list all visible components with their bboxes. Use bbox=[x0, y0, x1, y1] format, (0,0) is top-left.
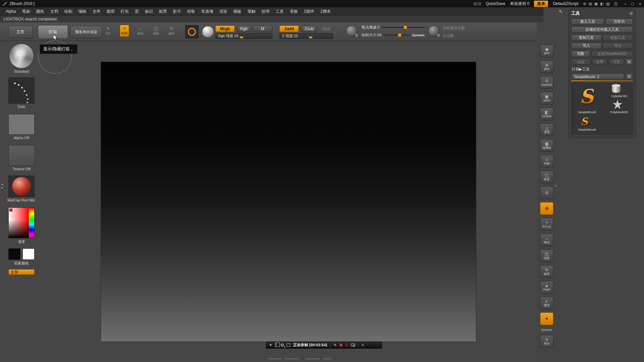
clone-button[interactable]: 克隆 bbox=[571, 51, 590, 57]
current-brush-thumbnail[interactable] bbox=[9, 44, 34, 68]
solo-icon[interactable]: ● bbox=[540, 312, 553, 325]
gyro-icon[interactable]: ◎ bbox=[540, 186, 553, 199]
make-polymesh3d-button[interactable]: 生成 PolyMesh3D bbox=[591, 51, 633, 57]
z-intensity-slider[interactable]: Z 强度 25 bbox=[279, 33, 333, 39]
chevron-down-icon[interactable]: ▼ bbox=[269, 344, 272, 347]
symmetry-icon[interactable]: ◇ 对称 bbox=[540, 155, 553, 168]
menu-item[interactable]: 材质 bbox=[156, 9, 170, 14]
current-stroke-thumbnail[interactable] bbox=[8, 77, 35, 104]
dynamic-label[interactable]: Dynamic bbox=[412, 34, 425, 37]
mrgb-button[interactable]: Mrgb bbox=[215, 25, 235, 32]
load-from-project-button[interactable]: 从项目文件载入工具 bbox=[571, 26, 633, 33]
active-tool-thumbnail[interactable]: S bbox=[574, 83, 600, 110]
menu-item[interactable]: 影片 bbox=[170, 9, 184, 14]
minimize-button[interactable]: – bbox=[624, 1, 627, 6]
cylinder3d-icon[interactable] bbox=[612, 85, 621, 93]
rotate-mode-button[interactable]: ↻ 旋转 bbox=[168, 26, 174, 36]
menu-item[interactable]: 工具 bbox=[273, 9, 287, 14]
zoom-icon[interactable] bbox=[281, 344, 284, 347]
alternate-button[interactable]: 交替 bbox=[8, 269, 35, 275]
auto-label[interactable]: 自动 bbox=[473, 1, 481, 7]
zadd-button[interactable]: Zadd bbox=[279, 25, 299, 32]
current-alpha-thumbnail[interactable] bbox=[8, 114, 35, 135]
scroll-arrows[interactable]: ▲▼ bbox=[301, 357, 304, 360]
menu-item[interactable]: 首选项 bbox=[198, 9, 216, 14]
zoom-2d-icon[interactable]: ⊙ Zoom2D bbox=[540, 76, 553, 89]
scrollbar-segment[interactable] bbox=[305, 358, 321, 360]
preview-boolean-button[interactable]: 预览布尔渲染 bbox=[70, 26, 102, 38]
tool-r-button[interactable]: R bbox=[626, 73, 633, 80]
lock-icon[interactable] bbox=[614, 2, 618, 6]
home-button[interactable]: 主页 bbox=[8, 26, 33, 38]
titlebar-tool-icon[interactable]: ▨ bbox=[606, 2, 609, 6]
scrollbar-segment[interactable] bbox=[284, 358, 300, 360]
copy-tool-button[interactable]: 复制工具 bbox=[571, 35, 601, 41]
stroke-dial[interactable]: S bbox=[346, 25, 358, 37]
menu-item[interactable]: 纹理 bbox=[259, 9, 273, 14]
menu-item[interactable]: Alpha bbox=[3, 9, 19, 14]
floor-grid-icon[interactable]: ▦ 地网格 bbox=[540, 139, 553, 152]
menu-item[interactable]: 笔触 bbox=[245, 9, 259, 14]
menu-item[interactable]: 颜色 bbox=[33, 9, 47, 14]
zsub-button[interactable]: Zsub bbox=[301, 25, 317, 32]
snapshot-camera-icon[interactable] bbox=[351, 344, 355, 347]
actual-size-icon[interactable]: ▣ 100% bbox=[540, 92, 553, 105]
dynamic-label[interactable]: Dynamic bbox=[540, 328, 553, 332]
scrollbar-segment[interactable] bbox=[267, 358, 282, 360]
goz-r-button[interactable]: R bbox=[626, 59, 633, 65]
frame-icon[interactable]: ▢ 框显 bbox=[540, 171, 553, 183]
color-picker[interactable] bbox=[8, 207, 35, 238]
menu-item[interactable]: 文件 bbox=[90, 9, 104, 14]
primary-color-swatch[interactable] bbox=[8, 248, 20, 260]
rgb-button[interactable]: Rgb bbox=[237, 25, 251, 32]
transparency-icon[interactable]: ◐ 透明 bbox=[540, 297, 553, 309]
current-material-thumbnail[interactable] bbox=[8, 176, 35, 197]
move-icon[interactable]: ↔ 移动 bbox=[540, 234, 553, 246]
density-dial[interactable]: D bbox=[428, 25, 440, 37]
double-click-icon[interactable]: ≡ 双击 bbox=[540, 335, 553, 348]
tool-palette-title[interactable]: 工具 bbox=[571, 10, 580, 16]
menu-item[interactable]: 绘制 bbox=[61, 9, 75, 14]
m-button[interactable]: M bbox=[253, 25, 272, 32]
menu-item[interactable]: 渲染 bbox=[216, 9, 230, 14]
annotate-pencil-icon[interactable]: ✎ bbox=[333, 343, 337, 347]
current-texture-thumbnail[interactable] bbox=[8, 145, 35, 166]
draw-mode-button[interactable]: ⊹ 绘制 bbox=[120, 25, 129, 37]
perspective-icon[interactable]: △ 透视 bbox=[540, 123, 553, 136]
pick-pointer-icon[interactable]: ↖ bbox=[559, 9, 563, 14]
quicksave-button[interactable]: QuickSave bbox=[486, 1, 505, 6]
close-record-icon[interactable]: × bbox=[362, 343, 364, 347]
polyframe-icon[interactable]: ▲ PolyF bbox=[540, 281, 553, 294]
close-button[interactable]: × bbox=[639, 1, 641, 6]
move-mode-button[interactable]: ↔ 移动 bbox=[138, 26, 144, 36]
zcut-button[interactable]: Zcut bbox=[322, 26, 330, 31]
copy-frame-icon[interactable] bbox=[275, 343, 278, 347]
record-pause-icon[interactable] bbox=[345, 344, 348, 347]
secondary-color-swatch[interactable] bbox=[22, 248, 35, 260]
import-button[interactable]: 导入 bbox=[571, 43, 601, 49]
menu-item[interactable]: 编辑 bbox=[75, 9, 90, 14]
menu-item[interactable]: 宏 bbox=[132, 9, 142, 14]
scroll-icon[interactable]: ⊕ 滚动 bbox=[540, 60, 553, 73]
ghost-icon[interactable]: ◍ bbox=[540, 202, 553, 215]
menu-item[interactable]: 变换 bbox=[287, 9, 301, 14]
maximize-button[interactable]: □ bbox=[632, 1, 634, 6]
bpr-render-icon[interactable]: ◉ BPR bbox=[540, 45, 553, 57]
ui-opacity-label[interactable]: 界面透明 0 bbox=[510, 1, 529, 7]
hue-strip[interactable] bbox=[29, 208, 34, 238]
menu-item[interactable]: 图层 bbox=[104, 9, 118, 14]
load-tool-button[interactable]: 载入工具 bbox=[571, 18, 604, 25]
focal-shift-slider[interactable]: 焦点衰减 0 bbox=[362, 25, 425, 30]
menu-item[interactable]: 模板 bbox=[230, 9, 245, 14]
scale-icon[interactable]: ◰ 缩放 bbox=[540, 249, 553, 262]
menu-item[interactable]: Z脚本 bbox=[317, 9, 334, 14]
paste-tool-button[interactable]: 粘贴工具 bbox=[603, 35, 633, 41]
titlebar-tool-icon[interactable]: ▦ bbox=[594, 2, 598, 6]
menu-item[interactable]: 文档 bbox=[47, 9, 61, 14]
right-divider-handle[interactable]: » bbox=[555, 184, 557, 187]
save-as-button[interactable]: 另存为 bbox=[605, 18, 633, 25]
left-divider-handle[interactable]: ◄ ► bbox=[1, 183, 4, 189]
saturation-value-area[interactable] bbox=[9, 208, 29, 238]
goz-button[interactable]: GoZ bbox=[571, 59, 591, 65]
default-zscript-label[interactable]: DefaultZScript bbox=[553, 1, 578, 6]
